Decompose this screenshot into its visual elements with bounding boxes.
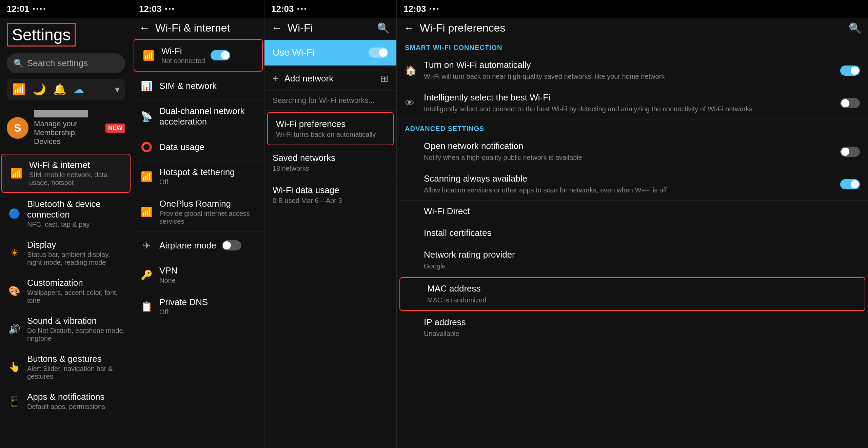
dual-menu-item[interactable]: 📡 Dual-channel network acceleration bbox=[132, 100, 264, 133]
bell-shortcut-icon[interactable]: 🔔 bbox=[53, 83, 66, 96]
airplane-toggle[interactable] bbox=[222, 240, 241, 250]
wifi-pref-header: ← Wi-Fi preferences 🔍 bbox=[397, 18, 868, 38]
pref-ip-title: IP address bbox=[424, 317, 860, 328]
settings-item-display[interactable]: ☀ Display Status bar, ambient display, n… bbox=[0, 234, 132, 272]
wifi-data-sub: 0 B used Mar 6 – Apr 3 bbox=[273, 197, 388, 205]
search-bar[interactable]: 🔍 Search settings bbox=[7, 53, 125, 73]
pref-network-rating-text: Network rating provider Google bbox=[405, 249, 860, 271]
wifi-item-title: Wi-Fi & internet bbox=[29, 160, 123, 170]
pref-item-wifi-direct[interactable]: Wi-Fi Direct bbox=[397, 201, 868, 222]
wifi-item-text: Wi-Fi & internet SIM, mobile network, da… bbox=[29, 160, 123, 187]
eye-icon: 👁 bbox=[405, 97, 418, 109]
wifi-menu-item[interactable]: 📶 Wi-Fi Not connected bbox=[134, 39, 263, 72]
oneplus-menu-item[interactable]: 📶 OnePlus Roaming Provide global interne… bbox=[132, 192, 264, 232]
status-icons-2: ▪ ▪ ▪ bbox=[165, 5, 174, 13]
cloud-shortcut-icon[interactable]: ☁ bbox=[73, 83, 84, 96]
wifi-pref-search-icon[interactable]: 🔍 bbox=[849, 22, 861, 34]
pref-network-rating-title: Network rating provider bbox=[424, 249, 860, 260]
settings-panel: 12:01 ▪ ▪ ▪ ▪ Settings 🔍 Search settings… bbox=[0, 0, 132, 448]
wifi-shortcut-icon[interactable]: 📶 bbox=[12, 83, 26, 96]
sim-menu-title: SIM & network bbox=[159, 81, 217, 91]
custom-item-sub: Wallpapers, accent color, font, tone bbox=[27, 289, 125, 304]
wifi-internet-header: ← Wi-Fi & internet bbox=[132, 18, 264, 38]
btn-item-icon: 👆 bbox=[7, 360, 22, 375]
pref-item-install-cert[interactable]: Install certificates bbox=[397, 222, 868, 244]
data-menu-item[interactable]: ⭕ Data usage bbox=[132, 133, 264, 161]
apps-item-title: Apps & notifications bbox=[27, 392, 105, 402]
sim-icon: ▪ bbox=[33, 5, 35, 13]
pref-network-rating-sub: Google bbox=[424, 261, 860, 271]
pref-item-auto-on[interactable]: 🏠 Turn on Wi-Fi automatically Wi-Fi will… bbox=[397, 54, 868, 87]
settings-item-wifi[interactable]: 📶 Wi-Fi & internet SIM, mobile network, … bbox=[1, 154, 131, 193]
pref-intelligent-title: Intelligently select the best Wi-Fi bbox=[424, 92, 835, 103]
pref-item-intelligent[interactable]: 👁 Intelligently select the best Wi-Fi In… bbox=[397, 87, 868, 119]
wifi-menu-title: Wi-Fi bbox=[161, 46, 205, 56]
shortcuts-bar[interactable]: 📶 🌙 🔔 ☁ ▾ bbox=[7, 79, 125, 100]
dns-menu-sub: Off bbox=[159, 308, 208, 316]
wifi-search-icon[interactable]: 🔍 bbox=[377, 22, 390, 34]
pref-item-mac-address[interactable]: MAC address MAC is randomized bbox=[399, 277, 865, 311]
user-section[interactable]: S Manage your Membership, Devices NEW bbox=[0, 103, 132, 153]
settings-item-customization[interactable]: 🎨 Customization Wallpapers, accent color… bbox=[0, 272, 132, 310]
wifi-pref-sub: Wi-Fi turns back on automatically bbox=[276, 131, 385, 138]
wifi-preferences-item[interactable]: Wi-Fi preferences Wi-Fi turns back on au… bbox=[267, 112, 394, 145]
wifi-pref-title: Wi-Fi preferences bbox=[276, 119, 385, 129]
use-wifi-toggle[interactable] bbox=[369, 48, 388, 58]
open-notif-toggle[interactable] bbox=[840, 147, 860, 157]
hotspot-menu-item[interactable]: 📶 Hotspot & tethering Off bbox=[132, 161, 264, 192]
shortcuts-expand-icon[interactable]: ▾ bbox=[115, 84, 120, 95]
sim-network-icon: 📊 bbox=[141, 80, 153, 92]
auto-on-knob bbox=[851, 67, 859, 75]
wifi-data-title: Wi-Fi data usage bbox=[273, 185, 388, 195]
add-network-item[interactable]: + Add network ⊞ bbox=[264, 67, 396, 91]
moon-shortcut-icon[interactable]: 🌙 bbox=[33, 83, 46, 96]
display-item-text: Display Status bar, ambient display, nig… bbox=[27, 240, 125, 266]
wifi-title: Wi-Fi bbox=[288, 22, 372, 34]
settings-item-bluetooth[interactable]: 🔵 Bluetooth & device connection NFC, cas… bbox=[0, 193, 132, 234]
pref-open-notif-text: Open network notification Notify when a … bbox=[405, 141, 835, 162]
wifi-toggle-knob bbox=[221, 51, 229, 59]
pref-item-network-rating[interactable]: Network rating provider Google bbox=[397, 244, 868, 277]
wifi-toggle[interactable] bbox=[211, 50, 230, 60]
pref-item-ip-address[interactable]: IP address Unavailable bbox=[397, 312, 868, 344]
wifi-internet-title: Wi-Fi & internet bbox=[155, 22, 257, 34]
wifi-pref-back-button[interactable]: ← bbox=[403, 22, 414, 34]
data-menu-title: Data usage bbox=[159, 142, 204, 152]
use-wifi-bar[interactable]: Use Wi-Fi bbox=[264, 40, 396, 66]
wifi-data-usage-item[interactable]: Wi-Fi data usage 0 B used Mar 6 – Apr 3 bbox=[264, 179, 396, 211]
signal2-icon: ▪ bbox=[169, 5, 171, 13]
pref-item-open-notif[interactable]: Open network notification Notify when a … bbox=[397, 135, 868, 168]
pref-item-scanning[interactable]: Scanning always available Allow location… bbox=[397, 168, 868, 201]
dns-menu-item[interactable]: 📋 Private DNS Off bbox=[132, 291, 264, 322]
wifi-back-button[interactable]: ← bbox=[271, 22, 282, 34]
qr-icon[interactable]: ⊞ bbox=[380, 73, 388, 84]
pref-auto-on-title: Turn on Wi-Fi automatically bbox=[424, 60, 835, 70]
vpn-menu-item[interactable]: 🔑 VPN None bbox=[132, 259, 264, 291]
saved-networks-item[interactable]: Saved networks 18 networks bbox=[264, 147, 396, 179]
saved-networks-title: Saved networks bbox=[273, 153, 388, 163]
wlte4-icon: ▪ bbox=[430, 5, 432, 13]
pref-install-cert-title: Install certificates bbox=[424, 228, 860, 238]
roaming-icon: 📶 bbox=[141, 206, 153, 218]
dns-menu-icon: 📋 bbox=[139, 299, 154, 314]
settings-item-buttons[interactable]: 👆 Buttons & gestures Alert Slider, navig… bbox=[0, 348, 132, 386]
intelligent-toggle[interactable] bbox=[840, 98, 860, 108]
hotspot-icon: 📶 bbox=[141, 171, 153, 182]
auto-on-toggle[interactable] bbox=[840, 66, 860, 76]
pref-intelligent-sub: Intelligently select and connect to the … bbox=[424, 104, 835, 114]
airplane-menu-item[interactable]: ✈ Airplane mode bbox=[132, 232, 264, 259]
sound-item-text: Sound & vibration Do Not Disturb, earpho… bbox=[27, 316, 125, 342]
scanning-toggle[interactable] bbox=[840, 179, 860, 189]
back-button[interactable]: ← bbox=[139, 22, 150, 34]
wifi-signal-icon: 📶 bbox=[143, 50, 155, 61]
sound-icon: 🔊 bbox=[8, 323, 20, 335]
settings-item-sound[interactable]: 🔊 Sound & vibration Do Not Disturb, earp… bbox=[0, 310, 132, 348]
settings-item-apps[interactable]: 📱 Apps & notifications Default apps, per… bbox=[0, 386, 132, 416]
searching-text: Searching for Wi-Fi networks... bbox=[264, 91, 396, 111]
avatar: S bbox=[7, 117, 28, 139]
oneplus-menu-text: OnePlus Roaming Provide global internet … bbox=[159, 199, 257, 225]
sim-menu-item[interactable]: 📊 SIM & network bbox=[132, 72, 264, 100]
apps-item-icon: 📱 bbox=[7, 394, 22, 409]
user-info: Manage your Membership, Devices bbox=[34, 110, 100, 146]
scanning-knob bbox=[851, 180, 859, 188]
